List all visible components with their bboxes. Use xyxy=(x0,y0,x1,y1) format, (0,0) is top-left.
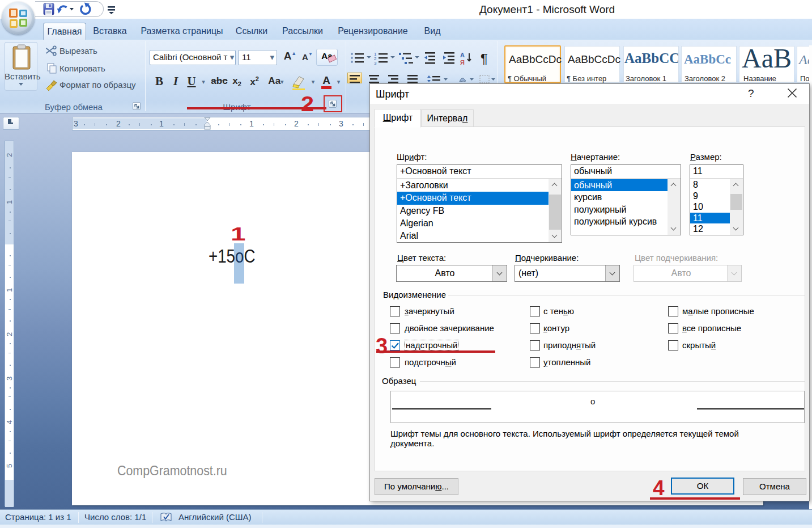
svg-text:3: 3 xyxy=(374,61,377,66)
svg-text:А: А xyxy=(460,52,465,58)
svg-text:Я: Я xyxy=(460,59,465,66)
svg-text:¶: ¶ xyxy=(481,51,488,66)
